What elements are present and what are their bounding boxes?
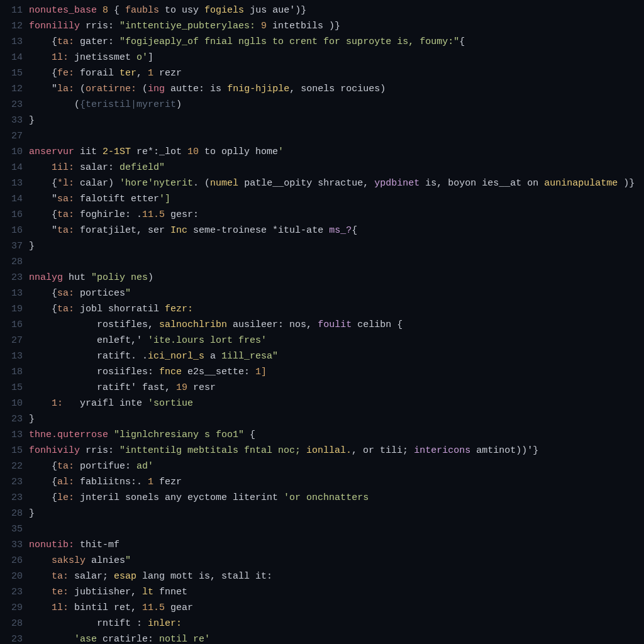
token-num: 11.5 <box>142 209 165 220</box>
code-line[interactable]: 1: yraifl inte 'sortiue <box>29 396 644 411</box>
code-line[interactable]: ratift' fast, 19 resr <box>29 380 644 396</box>
code-line[interactable]: } <box>29 113 644 128</box>
code-line[interactable]: rostifles, salnochlribn ausileer: nos, f… <box>29 317 644 333</box>
token-id: yraifl inte <box>63 398 148 409</box>
code-line[interactable] <box>29 521 644 537</box>
token-id: fnnet <box>153 587 187 597</box>
code-line[interactable]: thne.quterrose "lignlchresiany s foo1" { <box>29 427 644 443</box>
token-id: rris: <box>80 445 119 456</box>
code-line[interactable]: fonhivily rris: "inttentilg mebtitals fn… <box>29 443 644 458</box>
code-line[interactable]: } <box>29 238 644 254</box>
code-line[interactable]: } <box>29 506 644 521</box>
token-key: ta: <box>57 304 74 314</box>
token-pun: )'} <box>521 445 538 456</box>
line-number: 13 <box>0 286 23 301</box>
code-line[interactable]: enleft,' 'ite.lours lort fres' <box>29 333 644 348</box>
line-number: 27 <box>0 128 23 144</box>
code-line[interactable]: 1l: bintil ret, 11.5 gear <box>29 600 644 616</box>
code-line[interactable]: ta: salar; esap lang mott is, stall it: <box>29 569 644 584</box>
token-id: patle__opity shractue, <box>238 178 374 189</box>
code-line[interactable]: rntift : inler: <box>29 616 644 631</box>
token-id: foratjilet, ser <box>74 225 170 236</box>
token-id: salar: <box>74 162 119 173</box>
token-num: 9 <box>261 21 267 31</box>
token-alt: ypdbinet <box>374 178 419 189</box>
token-key: faubls <box>125 5 159 16</box>
token-fn: fogiels <box>204 5 244 16</box>
token-pun: ) <box>176 99 182 110</box>
code-area[interactable]: nonutes_base 8 { faubls to usy fogiels j… <box>29 0 644 644</box>
code-line[interactable]: te: jubtiisher, lt fnnet <box>29 584 644 600</box>
code-editor[interactable]: 1112131415122333271014131416163728231319… <box>0 0 644 644</box>
code-line[interactable] <box>29 254 644 270</box>
code-line[interactable]: nonutes_base 8 { faubls to usy fogiels j… <box>29 3 644 18</box>
token-key: 1l: <box>52 602 69 613</box>
token-num: 11.5 <box>142 602 165 613</box>
token-fn: ici_norl_s <box>148 351 204 362</box>
line-number: 14 <box>0 191 23 207</box>
code-line[interactable]: "ta: foratjilet, ser Inc seme-troinese *… <box>29 223 644 238</box>
line-number: 13 <box>0 175 23 191</box>
code-line[interactable]: {le: jnteril sonels any eyctome literint… <box>29 490 644 506</box>
token-id: rntift : <box>97 618 148 629</box>
token-id: portifue: <box>74 461 136 472</box>
line-number: 15 <box>0 380 23 396</box>
code-line[interactable] <box>29 128 644 144</box>
token-fn: inler: <box>148 618 182 629</box>
code-line[interactable]: 'ase cratirle: notil re' <box>29 631 644 644</box>
token-fn: auninapulatme <box>544 178 618 189</box>
code-line[interactable]: {ta: jobl shorratil fezr: <box>29 301 644 317</box>
token-key: ta: <box>57 225 74 236</box>
code-line[interactable]: } <box>29 411 644 427</box>
code-line[interactable]: anservur iit 2-1ST re*:_lot 10 to oplly … <box>29 144 644 160</box>
token-id: to usy <box>159 5 204 16</box>
code-line[interactable]: "la: (oratirne: (ing autte: is fnig-hjip… <box>29 81 644 97</box>
token-kw: nnalyg <box>29 272 63 283</box>
token-id: is, boyon ies__at on <box>419 178 544 189</box>
token-id: jobl shorratil <box>74 304 165 314</box>
token-fn: Inc <box>170 225 187 236</box>
code-line[interactable]: nonutib: thit-mf <box>29 537 644 553</box>
line-number: 23 <box>0 584 23 600</box>
code-line[interactable]: 1l: jnetissmet o'] <box>29 50 644 65</box>
code-line[interactable]: saksly alnies" <box>29 553 644 569</box>
token-num: 10 <box>187 147 199 157</box>
token-pun: )} <box>618 178 635 189</box>
line-number: 33 <box>0 113 23 128</box>
code-line[interactable]: {sa: portices" <box>29 286 644 301</box>
token-fn: esap <box>114 571 136 582</box>
token-pun: ] <box>148 52 153 63</box>
token-pun: { <box>244 430 255 440</box>
line-number: 15 <box>0 443 23 458</box>
code-line[interactable]: {al: fabliitns:. 1 fezr <box>29 474 644 490</box>
token-kw: fonhivily <box>29 445 80 456</box>
code-line[interactable]: {*l: calar) 'hore'nyterit. (numel patle_… <box>29 175 644 191</box>
token-num: 1 <box>148 68 153 79</box>
code-line[interactable]: {fe: forail ter, 1 rezr <box>29 65 644 81</box>
code-line[interactable]: ({teristil|myrerit) <box>29 97 644 113</box>
token-pun: " <box>52 194 57 204</box>
code-line[interactable]: {ta: foghirle: .11.5 gesr: <box>29 207 644 223</box>
line-number: 23 <box>0 411 23 427</box>
token-str: '] <box>159 194 170 204</box>
code-line[interactable]: nnalyg hut "poliy nes) <box>29 270 644 286</box>
code-line[interactable]: {ta: portifue: ad' <box>29 458 644 474</box>
token-alt: foulit <box>318 319 352 330</box>
token-id: bintil ret, <box>69 602 142 613</box>
token-id: hut <box>63 272 91 283</box>
token-pun: { <box>108 5 125 16</box>
code-line[interactable]: "sa: falotift etter'] <box>29 191 644 207</box>
code-line[interactable]: rosiifles: fnce e2s__sette: 1] <box>29 364 644 380</box>
token-fn: fnce <box>159 367 182 377</box>
code-line[interactable]: {ta: gater: "fogijeaply_of fnial nglls t… <box>29 34 644 50</box>
token-pun: { <box>52 209 57 220</box>
line-number: 28 <box>0 254 23 270</box>
code-line[interactable]: 1il: salar: defield" <box>29 160 644 175</box>
token-kw: thne.quterrose <box>29 430 108 440</box>
code-line[interactable]: fonnilily rris: "inttentiye_pubterylaes:… <box>29 18 644 34</box>
token-pun: ( <box>74 84 86 94</box>
token-pun: ')} <box>289 5 306 16</box>
token-id: cratirle: <box>97 634 159 644</box>
token-alt: intericons <box>414 445 470 456</box>
code-line[interactable]: ratift. .ici_norl_s a 1ill_resa" <box>29 348 644 364</box>
